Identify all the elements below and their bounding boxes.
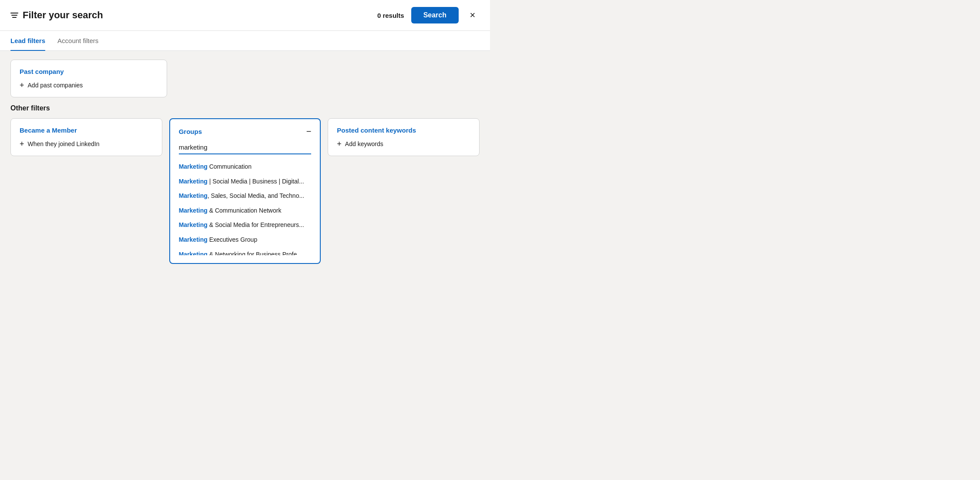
groups-card: Groups − Marketing Communication Marketi… (169, 118, 321, 264)
posted-keywords-card: Posted content keywords + Add keywords (328, 118, 480, 156)
became-member-card: Became a Member + When they joined Linke… (10, 118, 162, 156)
list-item[interactable]: Marketing & Social Media for Entrepreneu… (179, 218, 312, 233)
header-left: Filter your search (10, 10, 372, 21)
rest-text: & Networking for Business Profe... (208, 251, 302, 255)
results-count: 0 results (377, 12, 404, 19)
header-right: 0 results Search × (377, 7, 480, 23)
add-keywords-button[interactable]: + Add keywords (337, 140, 470, 148)
rest-text: & Communication Network (208, 207, 282, 214)
highlight-text: Marketing (179, 251, 208, 255)
page-title: Filter your search (23, 10, 103, 21)
past-company-card: Past company + Add past companies (10, 60, 167, 97)
list-item[interactable]: Marketing Executives Group (179, 233, 312, 247)
tab-account-filters[interactable]: Account filters (57, 31, 98, 50)
highlight-text: Marketing (179, 192, 208, 199)
groups-card-header: Groups − (179, 127, 312, 136)
search-button[interactable]: Search (411, 7, 459, 23)
add-member-date-button[interactable]: + When they joined LinkedIn (20, 140, 153, 148)
close-button[interactable]: × (466, 8, 480, 22)
rest-text: & Social Media for Entrepreneurs... (208, 221, 304, 228)
collapse-groups-button[interactable]: − (306, 127, 312, 136)
past-company-title: Past company (20, 68, 158, 75)
groups-search-input[interactable] (179, 142, 312, 154)
plus-icon: + (20, 140, 24, 148)
highlight-text: Marketing (179, 207, 208, 214)
groups-dropdown-list: Marketing Communication Marketing | Soci… (179, 160, 312, 255)
list-item[interactable]: Marketing & Networking for Business Prof… (179, 247, 312, 255)
list-item[interactable]: Marketing Communication (179, 160, 312, 174)
plus-icon: + (20, 81, 24, 89)
posted-keywords-title: Posted content keywords (337, 127, 470, 134)
other-filters-grid: Became a Member + When they joined Linke… (10, 118, 480, 271)
highlight-text: Marketing (179, 236, 208, 243)
list-item[interactable]: Marketing, Sales, Social Media, and Tech… (179, 189, 312, 203)
tabs-bar: Lead filters Account filters (0, 31, 490, 51)
rest-text: Executives Group (208, 236, 257, 243)
highlight-text: Marketing (179, 178, 208, 185)
rest-text: , Sales, Social Media, and Techno... (208, 192, 304, 199)
plus-icon: + (337, 140, 342, 148)
other-filters-label: Other filters (10, 104, 480, 112)
rest-text: | Social Media | Business | Digital... (208, 178, 304, 185)
filter-icon[interactable] (10, 13, 18, 18)
highlight-text: Marketing (179, 163, 208, 170)
list-item[interactable]: Marketing & Communication Network (179, 203, 312, 218)
list-item[interactable]: Marketing | Social Media | Business | Di… (179, 174, 312, 189)
highlight-text: Marketing (179, 221, 208, 228)
groups-title: Groups (179, 128, 202, 135)
became-member-title: Became a Member (20, 127, 153, 134)
rest-text: Communication (208, 163, 252, 170)
filter-header: Filter your search 0 results Search × (0, 0, 490, 31)
add-past-companies-button[interactable]: + Add past companies (20, 81, 158, 89)
main-content: Past company + Add past companies Other … (0, 51, 490, 280)
tab-lead-filters[interactable]: Lead filters (10, 31, 45, 50)
